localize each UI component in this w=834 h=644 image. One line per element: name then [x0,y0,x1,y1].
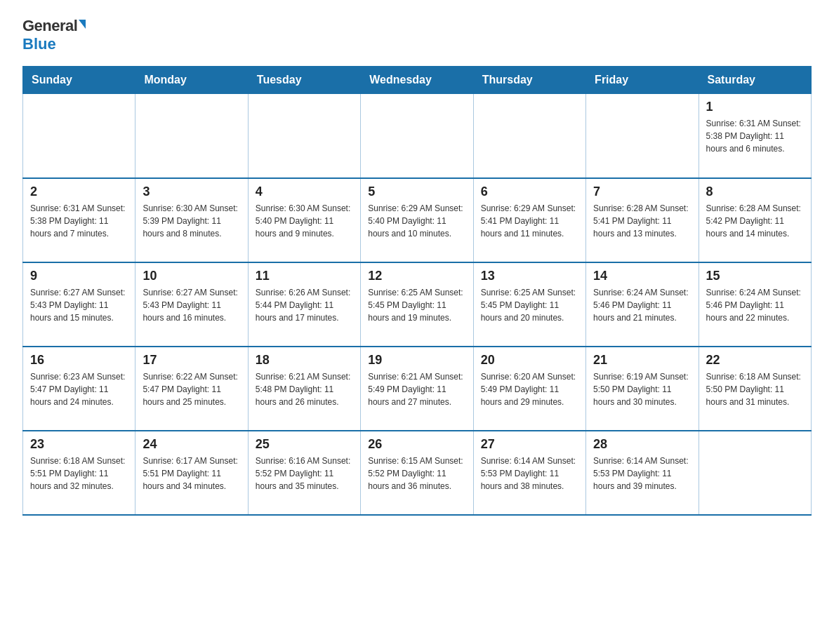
calendar-week-row: 2Sunrise: 6:31 AM Sunset: 5:38 PM Daylig… [23,178,812,262]
calendar-table: SundayMondayTuesdayWednesdayThursdayFrid… [22,66,812,516]
day-number: 1 [706,100,804,114]
calendar-cell: 26Sunrise: 6:15 AM Sunset: 5:52 PM Dayli… [361,431,473,515]
calendar-cell: 12Sunrise: 6:25 AM Sunset: 5:45 PM Dayli… [361,262,473,347]
calendar-cell: 20Sunrise: 6:20 AM Sunset: 5:49 PM Dayli… [473,347,585,431]
day-info: Sunrise: 6:22 AM Sunset: 5:47 PM Dayligh… [143,370,240,408]
day-info: Sunrise: 6:15 AM Sunset: 5:52 PM Dayligh… [368,455,465,492]
day-info: Sunrise: 6:25 AM Sunset: 5:45 PM Dayligh… [368,286,465,324]
calendar-week-row: 16Sunrise: 6:23 AM Sunset: 5:47 PM Dayli… [23,347,812,431]
logo-triangle-icon [79,20,86,29]
day-number: 5 [368,185,465,199]
calendar-cell: 1Sunrise: 6:31 AM Sunset: 5:38 PM Daylig… [699,94,811,178]
day-number: 13 [481,269,578,283]
day-info: Sunrise: 6:28 AM Sunset: 5:41 PM Dayligh… [593,202,691,240]
day-info: Sunrise: 6:14 AM Sunset: 5:53 PM Dayligh… [593,455,691,492]
calendar-cell: 28Sunrise: 6:14 AM Sunset: 5:53 PM Dayli… [586,431,699,515]
calendar-cell: 23Sunrise: 6:18 AM Sunset: 5:51 PM Dayli… [23,431,135,515]
day-number: 4 [256,185,353,199]
calendar-cell: 24Sunrise: 6:17 AM Sunset: 5:51 PM Dayli… [135,431,248,515]
weekday-header-wednesday: Wednesday [361,67,473,94]
calendar-week-row: 1Sunrise: 6:31 AM Sunset: 5:38 PM Daylig… [23,94,812,178]
day-number: 14 [593,269,691,283]
day-info: Sunrise: 6:24 AM Sunset: 5:46 PM Dayligh… [593,286,691,324]
logo-blue-text: Blue [22,35,56,53]
day-number: 16 [30,353,128,368]
day-number: 28 [593,437,691,452]
day-number: 11 [256,269,353,283]
calendar-cell: 7Sunrise: 6:28 AM Sunset: 5:41 PM Daylig… [586,178,699,262]
day-info: Sunrise: 6:30 AM Sunset: 5:40 PM Dayligh… [256,202,353,240]
day-number: 19 [368,353,465,368]
logo-general-text: General [22,17,77,35]
day-info: Sunrise: 6:27 AM Sunset: 5:43 PM Dayligh… [30,286,128,324]
calendar-cell: 3Sunrise: 6:30 AM Sunset: 5:39 PM Daylig… [135,178,248,262]
day-info: Sunrise: 6:24 AM Sunset: 5:46 PM Dayligh… [706,286,804,324]
day-info: Sunrise: 6:31 AM Sunset: 5:38 PM Dayligh… [706,117,804,155]
calendar-cell: 16Sunrise: 6:23 AM Sunset: 5:47 PM Dayli… [23,347,135,431]
calendar-cell: 11Sunrise: 6:26 AM Sunset: 5:44 PM Dayli… [248,262,360,347]
calendar-cell [473,94,585,178]
day-info: Sunrise: 6:29 AM Sunset: 5:40 PM Dayligh… [368,202,465,240]
day-number: 23 [30,437,128,452]
calendar-cell: 17Sunrise: 6:22 AM Sunset: 5:47 PM Dayli… [135,347,248,431]
day-number: 3 [143,185,240,199]
calendar-cell: 9Sunrise: 6:27 AM Sunset: 5:43 PM Daylig… [23,262,135,347]
calendar-cell: 5Sunrise: 6:29 AM Sunset: 5:40 PM Daylig… [361,178,473,262]
calendar-cell: 14Sunrise: 6:24 AM Sunset: 5:46 PM Dayli… [586,262,699,347]
day-info: Sunrise: 6:14 AM Sunset: 5:53 PM Dayligh… [481,455,578,492]
day-info: Sunrise: 6:26 AM Sunset: 5:44 PM Dayligh… [256,286,353,324]
calendar-week-row: 23Sunrise: 6:18 AM Sunset: 5:51 PM Dayli… [23,431,812,515]
day-number: 24 [143,437,240,452]
calendar-cell: 21Sunrise: 6:19 AM Sunset: 5:50 PM Dayli… [586,347,699,431]
calendar-cell [361,94,473,178]
page-header: General Blue [22,17,812,53]
weekday-header-saturday: Saturday [699,67,811,94]
day-info: Sunrise: 6:23 AM Sunset: 5:47 PM Dayligh… [30,370,128,408]
day-number: 10 [143,269,240,283]
day-number: 20 [481,353,578,368]
day-info: Sunrise: 6:20 AM Sunset: 5:49 PM Dayligh… [481,370,578,408]
day-number: 25 [256,437,353,452]
day-number: 22 [706,353,804,368]
day-number: 18 [256,353,353,368]
calendar-cell: 22Sunrise: 6:18 AM Sunset: 5:50 PM Dayli… [699,347,811,431]
calendar-cell: 15Sunrise: 6:24 AM Sunset: 5:46 PM Dayli… [699,262,811,347]
calendar-cell: 4Sunrise: 6:30 AM Sunset: 5:40 PM Daylig… [248,178,360,262]
calendar-cell: 6Sunrise: 6:29 AM Sunset: 5:41 PM Daylig… [473,178,585,262]
day-info: Sunrise: 6:27 AM Sunset: 5:43 PM Dayligh… [143,286,240,324]
day-info: Sunrise: 6:30 AM Sunset: 5:39 PM Dayligh… [143,202,240,240]
day-number: 2 [30,185,128,199]
calendar-week-row: 9Sunrise: 6:27 AM Sunset: 5:43 PM Daylig… [23,262,812,347]
calendar-cell [699,431,811,515]
day-number: 27 [481,437,578,452]
day-info: Sunrise: 6:29 AM Sunset: 5:41 PM Dayligh… [481,202,578,240]
weekday-header-sunday: Sunday [23,67,135,94]
calendar-cell [248,94,360,178]
day-info: Sunrise: 6:19 AM Sunset: 5:50 PM Dayligh… [593,370,691,408]
calendar-cell: 27Sunrise: 6:14 AM Sunset: 5:53 PM Dayli… [473,431,585,515]
day-info: Sunrise: 6:18 AM Sunset: 5:50 PM Dayligh… [706,370,804,408]
day-info: Sunrise: 6:28 AM Sunset: 5:42 PM Dayligh… [706,202,804,240]
calendar-cell: 13Sunrise: 6:25 AM Sunset: 5:45 PM Dayli… [473,262,585,347]
calendar-cell: 19Sunrise: 6:21 AM Sunset: 5:49 PM Dayli… [361,347,473,431]
weekday-header-thursday: Thursday [473,67,585,94]
day-number: 6 [481,185,578,199]
day-number: 8 [706,185,804,199]
weekday-header-monday: Monday [135,67,248,94]
calendar-cell [586,94,699,178]
weekday-header-tuesday: Tuesday [248,67,360,94]
calendar-cell: 18Sunrise: 6:21 AM Sunset: 5:48 PM Dayli… [248,347,360,431]
calendar-cell: 10Sunrise: 6:27 AM Sunset: 5:43 PM Dayli… [135,262,248,347]
day-info: Sunrise: 6:31 AM Sunset: 5:38 PM Dayligh… [30,202,128,240]
day-info: Sunrise: 6:18 AM Sunset: 5:51 PM Dayligh… [30,455,128,492]
day-number: 15 [706,269,804,283]
weekday-header-friday: Friday [586,67,699,94]
day-number: 12 [368,269,465,283]
calendar-cell: 25Sunrise: 6:16 AM Sunset: 5:52 PM Dayli… [248,431,360,515]
day-number: 21 [593,353,691,368]
day-info: Sunrise: 6:25 AM Sunset: 5:45 PM Dayligh… [481,286,578,324]
calendar-cell [135,94,248,178]
day-number: 26 [368,437,465,452]
day-info: Sunrise: 6:21 AM Sunset: 5:49 PM Dayligh… [368,370,465,408]
day-info: Sunrise: 6:16 AM Sunset: 5:52 PM Dayligh… [256,455,353,492]
